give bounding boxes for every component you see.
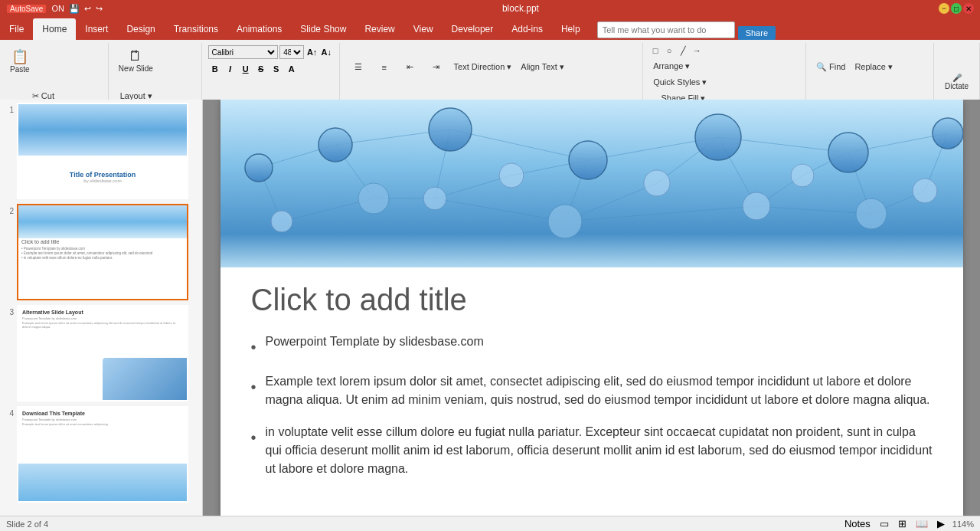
- svg-point-28: [569, 141, 607, 179]
- autosave-badge[interactable]: AutoSave: [6, 4, 47, 14]
- editing-group: 🔍 Find Replace ▾ Select ▾ Editing: [806, 43, 934, 100]
- paragraph-group-content: ☰ ≡ ⇤ ⇥ Text Direction ▾ Align Text ▾ Co…: [346, 44, 637, 100]
- arrange-button[interactable]: Arrange ▾: [649, 59, 694, 74]
- tab-view[interactable]: View: [404, 18, 443, 40]
- slide-item-1[interactable]: 1 Title of Presentation by slidesbase.co…: [3, 103, 199, 199]
- svg-point-26: [318, 128, 352, 162]
- qat-save-icon[interactable]: 💾: [69, 4, 80, 14]
- layout-button[interactable]: Layout ▾: [115, 89, 158, 100]
- tab-home[interactable]: Home: [33, 18, 76, 40]
- font-row-1: Calibri 48 A↑ A↓: [208, 45, 333, 59]
- shape-fill-button[interactable]: Shape Fill ▾: [649, 91, 717, 100]
- svg-point-40: [644, 170, 670, 196]
- num-list-button[interactable]: ≡: [372, 61, 397, 74]
- slide-panel: 1 Title of Presentation by slidesbase.co…: [0, 100, 203, 516]
- slide-item-4[interactable]: 4 Download This Template Powerpoint Temp…: [3, 406, 199, 503]
- decrease-font-button[interactable]: A↓: [320, 45, 333, 59]
- align-text-button[interactable]: Align Text ▾: [517, 60, 568, 74]
- slide-num-3: 3: [3, 308, 14, 316]
- strikethrough-button[interactable]: S: [254, 62, 268, 76]
- maximize-button[interactable]: □: [951, 3, 962, 14]
- svg-point-37: [856, 198, 887, 229]
- autosave-state: ON: [51, 4, 64, 13]
- status-right: Notes ▭ ⊞ 📖 ▶ 114%: [843, 518, 974, 529]
- tab-review[interactable]: Review: [355, 18, 403, 40]
- slide-thumb-1[interactable]: Title of Presentation by slidesbase.com: [17, 103, 188, 199]
- tab-slideshow[interactable]: Slide Show: [291, 18, 355, 40]
- svg-point-33: [358, 183, 389, 214]
- shadow-button[interactable]: S: [270, 62, 283, 76]
- arrow-shape-button[interactable]: →: [691, 44, 703, 57]
- svg-point-35: [548, 205, 582, 238]
- slide-thumb-2[interactable]: Click to add title • Powerpoint Template…: [17, 204, 188, 300]
- tab-transitions[interactable]: Transitions: [165, 18, 227, 40]
- font-color-button[interactable]: A: [285, 62, 299, 76]
- cut-button[interactable]: ✂ Cut: [6, 89, 80, 100]
- tab-developer[interactable]: Developer: [443, 18, 503, 40]
- reading-view-button[interactable]: 📖: [914, 518, 929, 529]
- slide4-title-thumb: Download This Template: [22, 411, 183, 416]
- slide-num-2: 2: [3, 207, 14, 215]
- dictate-icon: 🎤: [952, 74, 962, 82]
- bullet-list-button[interactable]: ☰: [346, 60, 371, 74]
- slide-thumb-3[interactable]: Alternative Slide Layout Powerpoint Temp…: [17, 305, 188, 402]
- svg-point-42: [913, 179, 937, 203]
- canvas-header-image: [220, 100, 963, 267]
- slide-item-3[interactable]: 3 Alternative Slide Layout Powerpoint Te…: [3, 305, 199, 402]
- tab-help[interactable]: Help: [552, 18, 590, 40]
- qat-redo-icon[interactable]: ↪: [96, 4, 103, 14]
- dictate-button[interactable]: 🎤 Dictate: [941, 71, 972, 100]
- font-size-select[interactable]: 48: [279, 45, 304, 59]
- indent-decrease-button[interactable]: ⇤: [398, 60, 423, 74]
- slides-group: 🗒 New Slide Layout ▾ Reset Section ▾ Sli…: [109, 43, 202, 100]
- slide-thumb-4[interactable]: Download This Template Powerpoint Templa…: [17, 406, 188, 503]
- slide-sorter-button[interactable]: ⊞: [897, 518, 908, 529]
- tab-design[interactable]: Design: [117, 18, 164, 40]
- increase-font-button[interactable]: A↑: [305, 45, 318, 59]
- tab-animations[interactable]: Animations: [227, 18, 291, 40]
- text-direction-button[interactable]: Text Direction ▾: [450, 60, 516, 74]
- normal-view-button[interactable]: ▭: [878, 518, 890, 529]
- canvas-area: Click to add title • Powerpoint Template…: [203, 100, 980, 516]
- rect-shape-button[interactable]: □: [649, 44, 662, 57]
- tab-addins[interactable]: Add-ins: [502, 18, 552, 40]
- find-button[interactable]: 🔍 Find: [812, 60, 849, 74]
- replace-button[interactable]: Replace ▾: [851, 60, 896, 74]
- svg-point-39: [499, 163, 524, 188]
- drawing-group: □ ○ ╱ → Arrange ▾ Quick Styles ▾ Shape F…: [643, 43, 806, 100]
- canvas-content: Click to add title • Powerpoint Template…: [220, 267, 963, 507]
- new-slide-label: New Slide: [119, 64, 153, 73]
- svg-point-41: [791, 164, 814, 187]
- minimize-button[interactable]: －: [939, 3, 949, 14]
- paste-button[interactable]: 📋 Paste: [6, 46, 34, 84]
- window-title: block.ppt: [103, 3, 939, 14]
- close-button[interactable]: ✕: [963, 3, 974, 14]
- network-svg: [220, 100, 963, 267]
- canvas-bullet-text-1: Powerpoint Template by slidesbase.com: [266, 333, 484, 351]
- underline-button[interactable]: U: [239, 62, 253, 76]
- tab-file[interactable]: File: [0, 18, 33, 40]
- search-input[interactable]: [597, 21, 735, 38]
- share-button[interactable]: Share: [738, 26, 776, 40]
- oval-shape-button[interactable]: ○: [663, 44, 675, 57]
- slide-item-2[interactable]: 2 Click to add title • Powerpoint Templa…: [3, 204, 199, 300]
- paste-icon: 📋: [11, 48, 28, 65]
- tab-insert[interactable]: Insert: [76, 18, 117, 40]
- title-bar: AutoSave ON 💾 ↩ ↪ block.ppt － □ ✕: [0, 0, 980, 17]
- new-slide-button[interactable]: 🗒 New Slide: [115, 46, 157, 84]
- slide2-body-thumb: • Powerpoint Template by slidesbase.com …: [21, 247, 184, 261]
- slide-canvas[interactable]: Click to add title • Powerpoint Template…: [220, 100, 963, 516]
- notes-button[interactable]: Notes: [843, 518, 872, 529]
- clipboard-group: 📋 Paste ✂ Cut 📄 Copy 🖌 Format Painter Cl…: [0, 43, 109, 100]
- slide-info: Slide 2 of 4: [6, 520, 48, 529]
- canvas-title[interactable]: Click to add title: [251, 283, 933, 317]
- line-shape-button[interactable]: ╱: [677, 44, 689, 57]
- indent-increase-button[interactable]: ⇥: [424, 60, 449, 74]
- slide1-subtitle-text: by slidesbase.com: [83, 179, 121, 183]
- bold-button[interactable]: B: [208, 62, 222, 76]
- qat-undo-icon[interactable]: ↩: [84, 4, 91, 14]
- slideshow-button[interactable]: ▶: [936, 518, 946, 529]
- font-name-select[interactable]: Calibri: [208, 45, 279, 59]
- italic-button[interactable]: I: [224, 62, 237, 76]
- quick-styles-button[interactable]: Quick Styles ▾: [649, 75, 710, 90]
